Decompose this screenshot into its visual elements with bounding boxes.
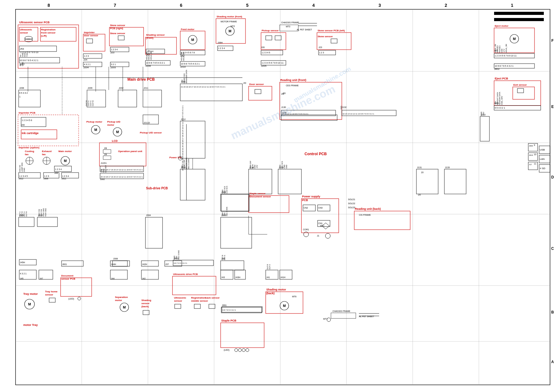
svg-point-152 — [246, 349, 249, 352]
main-motor-label: Main motor — [58, 150, 72, 153]
j565-num: 9 — [534, 144, 535, 146]
skew-sensor-right-label: Skew sensor — [110, 32, 125, 35]
j133-label: J133 — [445, 166, 450, 169]
svg-rect-72 — [21, 117, 46, 127]
j23-label: J23 — [110, 51, 114, 54]
j207-signal1: 5V — [20, 55, 21, 57]
j203-label: J203 — [110, 66, 116, 69]
svg-rect-59 — [118, 90, 137, 107]
j132-pins: 16 15 14 13 12 11 10 9 8 7 6 5 4 3 2 1 — [342, 113, 374, 115]
j109-sig3: CMD — [283, 164, 285, 169]
j82-sig5: -17V — [503, 49, 505, 53]
svg-point-105 — [325, 233, 330, 238]
imprinter-option-label: Imprinter (option) — [19, 146, 39, 149]
j802-pins: 10 9 8 7 6 5 4 3 2 1 — [495, 65, 513, 67]
ultrasonic-drive-pcb-label: Ultrasonic drive PCB — [173, 273, 198, 276]
eject-pcb-label: Eject PCB — [495, 77, 508, 80]
j132-sig1: GND — [340, 106, 342, 110]
reg-front-sensor-label2: front sensor — [41, 31, 56, 34]
j310-sig4: TRAY SNS — [45, 208, 47, 217]
separation-motor-label2: motor — [115, 299, 122, 302]
reg-front-sensor-label3: (L/R) — [41, 34, 47, 37]
j114-sig4: REC G DATA — [188, 159, 190, 169]
j82-pins: 1 2 3 4 5 6 7 8 9 10 11 — [495, 55, 516, 57]
diagram-container: 8 7 6 5 4 3 2 1 F E D C B A Ultrasonic s… — [0, 0, 555, 392]
ultrasonic-sensor-bottom-label: Ultrasonic — [174, 296, 186, 299]
j205-pins: 1 2 3 4 5 6 7 8 9 10 11 — [262, 62, 283, 64]
chassis-frame-back-label: CHASSIS FRAME — [333, 310, 351, 312]
usb-label: USB — [540, 148, 545, 151]
j116-sig2: IM IN — [252, 164, 254, 169]
svg-rect-29 — [118, 36, 124, 40]
cor1-label: COR1 — [303, 228, 309, 231]
j206-pins: 10 9 8 7 6 5 4 3 2 1 — [146, 62, 165, 64]
motor-frame-label: MOTOR FRAME — [221, 20, 237, 23]
imprinter-pcb-label: Imprinter PCB — [19, 111, 35, 114]
operation-panel-unit-label: Operation panel unit — [118, 150, 142, 153]
j1201-label: J1201 — [101, 162, 107, 164]
exhaust-fan-label2: fan — [42, 153, 46, 156]
j309-sig3: OUT A — [23, 211, 25, 217]
j209-sig3: OUT A — [90, 101, 92, 106]
j206-sig3: HOLE_3M — [150, 51, 152, 60]
j201-sig3: MANAGER DATA — [186, 70, 187, 83]
row-label-c: C — [551, 246, 554, 251]
svg-rect-159 — [221, 194, 249, 211]
j116-sig3: GND — [254, 165, 256, 169]
svg-rect-138 — [175, 304, 181, 309]
j82-sig2: PHASE2 — [497, 45, 498, 53]
sold3-label: SOLD3 — [348, 206, 355, 209]
staple-sensor-label: Staple sensor — [249, 192, 265, 195]
svg-rect-68 — [517, 88, 524, 93]
j303-sig1: GND — [222, 212, 223, 216]
sold1-label: SOLD1 — [348, 198, 355, 201]
j29-pins: 1 2 3 — [319, 52, 324, 54]
j401-pins: 9 8 7 6 5 4 3 2 1 — [174, 262, 187, 264]
j201-area-pin20: 20 — [243, 82, 246, 84]
svg-point-150 — [238, 349, 241, 352]
j203-pins: 3 2 1 — [111, 63, 116, 65]
eject-motor-label: Eject motor — [495, 25, 508, 27]
j309-sig2: OUT B — [21, 211, 23, 217]
j206-label: J206 — [145, 65, 151, 67]
j42-label: J42 — [142, 277, 145, 280]
j312-sig1: FAN ON — [19, 165, 21, 172]
pickup-motor-symbol: M — [94, 128, 97, 132]
svg-rect-146 — [221, 217, 252, 248]
document-sensor-pcb-label2: sensor PCB — [61, 277, 76, 280]
j53-label: J53 — [20, 47, 24, 50]
imprinter-door-sensor-label: Imprinter — [84, 31, 95, 34]
svg-rect-171 — [221, 194, 249, 211]
svg-point-149 — [235, 349, 238, 352]
j1201-pins: 20 19 18 17 16 15 14 13 12 11 10 9 8 7 6… — [101, 169, 143, 171]
j209-sig4: OUT B — [92, 101, 94, 106]
main-motor-symbol: M — [64, 159, 67, 163]
j303-sig2: -24V — [224, 212, 226, 216]
j49-pins: 1 2 3 4 — [55, 168, 62, 170]
svg-rect-51 — [331, 39, 337, 43]
j302-label: J302 — [100, 178, 105, 180]
svg-rect-60 — [143, 90, 162, 107]
col-label-4: 4 — [312, 3, 315, 8]
lcd-pin2: 28 — [104, 153, 107, 156]
svg-rect-99 — [249, 196, 289, 213]
svg-rect-46 — [266, 36, 272, 40]
pickup-motor-label: Pickup motor — [86, 120, 102, 123]
j210-sig2: HOLE_4M — [183, 52, 185, 61]
svg-rect-45 — [261, 33, 286, 50]
svg-rect-14 — [494, 18, 544, 21]
svg-rect-79 — [103, 156, 111, 160]
j601-label: J601 — [62, 263, 67, 265]
j113-sig1: GND — [480, 111, 482, 116]
ink-cartridge-label: Ink cartridge — [22, 132, 39, 135]
svg-rect-94 — [180, 169, 205, 200]
j116-sig1: PWR OFF — [250, 160, 251, 169]
j131-pin20: 20 — [421, 171, 424, 173]
j310-sig1: TRAY FW — [38, 209, 40, 217]
row-label-e: E — [551, 105, 554, 109]
tray-motor-label: Tray motor — [23, 292, 38, 295]
control-pcb-label: Control PCB — [305, 152, 327, 156]
j131-pin20-b: 20 — [418, 193, 421, 196]
j41h-label: J41H — [280, 276, 285, 278]
j306-label: J306 — [44, 178, 48, 180]
